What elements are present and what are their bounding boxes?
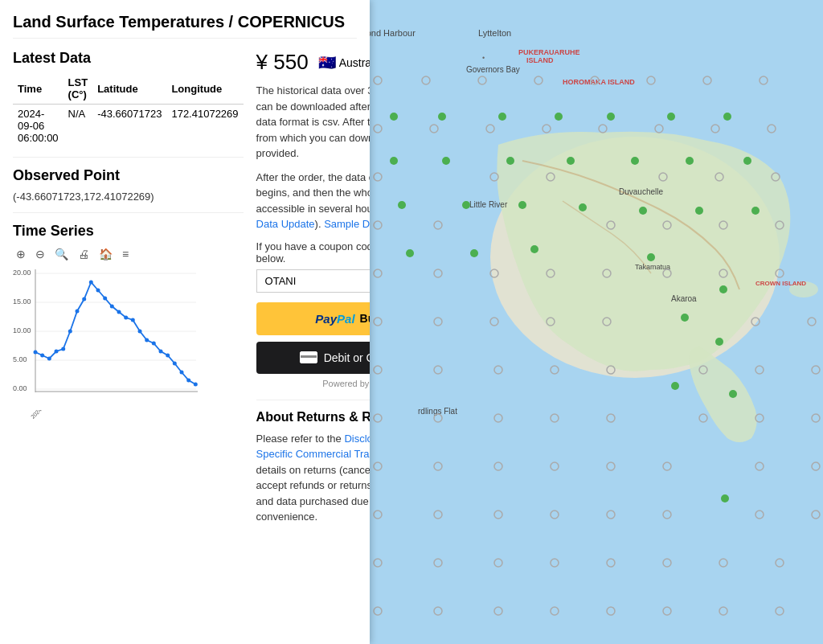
svg-text:0.00: 0.00	[13, 384, 27, 392]
card-button[interactable]: Debit or Credit Card	[256, 342, 370, 374]
svg-point-46	[695, 207, 703, 215]
svg-point-28	[438, 113, 446, 121]
svg-point-187	[173, 362, 177, 366]
svg-point-56	[729, 390, 737, 398]
cell-time: 2024-09-06 06:00:00	[13, 105, 63, 148]
svg-point-45	[639, 207, 647, 215]
chart-zoom-in-btn[interactable]: ⊕	[13, 246, 29, 262]
svg-point-170	[55, 350, 59, 354]
svg-point-182	[138, 330, 142, 334]
svg-text:15.00: 15.00	[13, 297, 31, 306]
svg-point-184	[152, 342, 156, 346]
svg-point-30	[555, 113, 563, 121]
svg-point-172	[68, 330, 72, 334]
latest-data-title: Latest Data	[13, 50, 244, 67]
svg-point-44	[579, 203, 587, 211]
chart-download-btn[interactable]: 🖨	[75, 246, 92, 262]
svg-point-186	[166, 354, 170, 358]
svg-point-177	[103, 297, 107, 301]
svg-point-167	[34, 351, 38, 355]
svg-point-32	[667, 113, 675, 121]
svg-point-41	[398, 201, 406, 209]
svg-text:Lyttelton: Lyttelton	[478, 28, 511, 38]
coupon-input[interactable]	[256, 269, 370, 293]
svg-point-40	[743, 157, 751, 165]
svg-point-183	[145, 338, 149, 343]
svg-point-168	[40, 354, 44, 358]
svg-point-173	[76, 310, 80, 314]
svg-point-189	[186, 379, 190, 383]
svg-point-180	[124, 316, 128, 320]
main-panel: Land Surface Temperatures / COPERNICUS L…	[0, 0, 370, 644]
svg-point-57	[721, 494, 729, 502]
col-lat: Latitude	[92, 73, 166, 105]
svg-text:ISLAND: ISLAND	[526, 56, 554, 64]
svg-point-188	[180, 371, 184, 375]
svg-point-50	[530, 245, 538, 253]
price-amount: 550	[273, 50, 308, 74]
returns-title: About Returns & Refunds	[256, 410, 370, 425]
svg-point-181	[131, 318, 135, 322]
chart-reset-btn[interactable]: 🔍	[51, 246, 72, 262]
price-display: ¥ 550	[256, 50, 309, 75]
country-name: Australia	[339, 56, 370, 69]
svg-text:Governors Bay: Governors Bay	[466, 65, 520, 74]
divider-2	[13, 212, 244, 213]
chart-area: 20.00 15.00 10.00 5.00 0.00	[13, 265, 198, 410]
observed-point-title: Observed Point	[13, 167, 244, 184]
svg-point-36	[506, 157, 514, 165]
svg-point-43	[518, 201, 526, 209]
svg-point-53	[681, 314, 689, 322]
returns-text: Please refer to the Disclosure under the…	[256, 431, 370, 525]
card-btn-label: Debit or Credit Card	[324, 351, 370, 364]
svg-point-35	[442, 157, 450, 165]
price-row: ¥ 550 🇦🇺 Australia ▼	[256, 50, 370, 75]
paypal-buy-now-button[interactable]: PayPal Buy Now	[256, 302, 370, 335]
svg-point-31	[607, 113, 615, 121]
paypal-logo: PayPal	[315, 312, 354, 326]
currency-symbol: ¥	[256, 50, 268, 74]
coupon-prompt: If you have a coupon code, please enter …	[256, 240, 370, 265]
purchase-description-2: After the order, the data creation proce…	[256, 170, 370, 232]
chart-home-btn[interactable]: 🏠	[96, 246, 116, 262]
paypal-btn-label: Buy Now	[360, 312, 370, 325]
time-series-chart: 20.00 15.00 10.00 5.00 0.00	[13, 265, 198, 410]
svg-text:CROWN ISLAND: CROWN ISLAND	[755, 280, 806, 287]
cell-lon: 172.41072269	[166, 105, 243, 148]
country-selector[interactable]: 🇦🇺 Australia ▼	[318, 54, 370, 72]
svg-text:Duvauchelle: Duvauchelle	[619, 187, 663, 196]
svg-point-55	[671, 382, 679, 390]
cell-lst: N/A	[63, 105, 93, 148]
divider-1	[13, 157, 244, 158]
chart-zoom-out-btn[interactable]: ⊖	[32, 246, 48, 262]
svg-point-34	[390, 157, 398, 165]
latest-data-table: Time LST(C°) Latitude Longitude 2024-09-…	[13, 73, 244, 147]
svg-text:Little River: Little River	[469, 200, 508, 209]
svg-point-27	[390, 113, 398, 121]
time-series-title: Time Series	[13, 223, 244, 240]
svg-text:PUKERAUARUHE: PUKERAUARUHE	[518, 48, 580, 56]
svg-point-39	[686, 157, 694, 165]
svg-text:5.00: 5.00	[13, 355, 27, 363]
col-lst: LST(C°)	[63, 73, 93, 105]
svg-point-175	[89, 281, 93, 285]
cell-lat: -43.66071723	[92, 105, 166, 148]
svg-point-37	[567, 157, 575, 165]
svg-point-42	[462, 201, 470, 209]
col-time: Time	[13, 73, 63, 105]
card-icon	[300, 351, 317, 363]
chart-menu-btn[interactable]: ≡	[119, 246, 132, 262]
svg-point-29	[498, 113, 506, 121]
svg-text:20.00: 20.00	[13, 269, 31, 277]
sample-data-link[interactable]: Sample Data	[324, 218, 370, 230]
svg-point-176	[96, 289, 100, 293]
divider-returns	[256, 400, 370, 400]
purchase-description-1: The historical data over 36 sample sizes…	[256, 83, 370, 162]
observed-coords: (-43.66071723,172.41072269)	[13, 191, 244, 203]
chart-toolbar: ⊕ ⊖ 🔍 🖨 🏠 ≡	[13, 246, 244, 262]
svg-text:•: •	[482, 54, 485, 62]
table-row: 2024-09-06 06:00:00 N/A -43.66071723 172…	[13, 105, 244, 148]
svg-point-174	[82, 297, 86, 301]
powered-by: Powered by PayPal	[256, 379, 370, 388]
page-title: Land Surface Temperatures / COPERNICUS	[13, 13, 357, 39]
